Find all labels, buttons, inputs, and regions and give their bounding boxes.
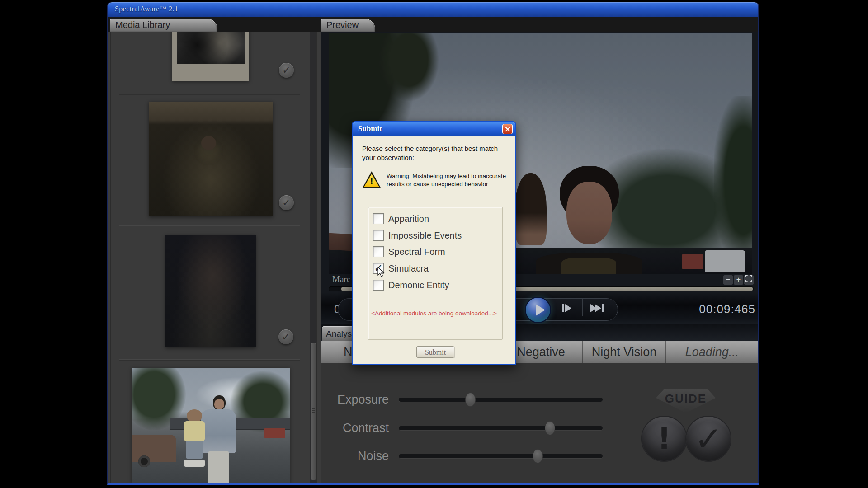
dialog-body: Please select the category(s) that best …: [353, 136, 515, 364]
warning-text: Warning: Mislabeling may lead to inaccur…: [387, 172, 511, 188]
list-divider: [119, 94, 300, 94]
exposure-slider-knob[interactable]: [465, 393, 476, 407]
checkbox-apparition[interactable]: ✓: [373, 213, 384, 224]
dialog-instruction-text: Please select the category(s) that best …: [362, 144, 511, 162]
zoom-out-button[interactable]: −: [723, 275, 733, 285]
photo-red-truck: [264, 428, 285, 438]
check-icon: ✓: [282, 331, 290, 343]
check-icon: ✓: [282, 197, 290, 208]
dialog-title: Submit: [358, 124, 382, 133]
check-icon: ✓: [282, 65, 290, 76]
item-checked-badge[interactable]: ✓: [279, 63, 294, 78]
checkmark-icon: ✓: [694, 419, 722, 458]
library-item-woman-in-field[interactable]: [149, 102, 273, 216]
filter-item-night-vision[interactable]: Night Vision: [583, 341, 666, 363]
title-bar[interactable]: SpectralAware™ 2.1: [108, 2, 758, 17]
guide-button[interactable]: GUIDE: [656, 389, 716, 413]
scrollbar-grip-icon: [312, 408, 315, 409]
fullscreen-button[interactable]: [744, 275, 754, 285]
contrast-slider-row: Contrast: [321, 420, 637, 436]
step-forward-button[interactable]: [562, 304, 571, 312]
photo-man: [200, 395, 238, 483]
contrast-label: Contrast: [321, 421, 389, 435]
library-item-polaroid[interactable]: [172, 32, 249, 81]
play-button[interactable]: [525, 297, 551, 323]
guide-cluster: GUIDE ! ✓: [641, 389, 741, 470]
step-triangle-icon: [565, 304, 571, 312]
tabs-row: Media Library Preview: [108, 17, 758, 32]
exposure-slider-track[interactable]: [399, 398, 603, 402]
exclamation-icon: !: [657, 422, 671, 456]
checkbox-row-spectral-form[interactable]: ✓ Spectral Form: [373, 245, 445, 258]
item-checked-badge[interactable]: ✓: [279, 195, 294, 210]
photo-car-wheel: [138, 455, 150, 467]
total-time: 00:09:465: [688, 302, 755, 316]
exposure-label: Exposure: [321, 393, 389, 407]
list-divider: [119, 359, 300, 360]
checkbox-label: Apparition: [388, 214, 429, 224]
tab-preview-label: Preview: [326, 20, 359, 30]
item-checked-badge[interactable]: ✓: [278, 329, 293, 344]
warning-icon: !: [362, 171, 381, 188]
zoom-in-button[interactable]: +: [734, 275, 743, 285]
mouse-cursor: [377, 267, 387, 279]
flag-alert-button[interactable]: !: [641, 416, 687, 462]
checkbox-row-apparition[interactable]: ✓ Apparition: [373, 212, 429, 225]
media-library-panel: ✓ ✓ ✓: [110, 32, 317, 483]
checkbox-label: Impossible Events: [388, 230, 462, 241]
fullscreen-icon: [745, 275, 752, 282]
filter-item-loading: Loading...: [666, 341, 758, 363]
app-window: SpectralAware™ 2.1 Media Library Preview…: [107, 2, 760, 485]
list-divider: [119, 225, 300, 226]
video-caption: Marc: [332, 274, 350, 284]
submit-dialog: Submit Please select the category(s) tha…: [352, 121, 516, 365]
noise-slider-knob[interactable]: [533, 449, 543, 463]
checkbox-row-impossible-events[interactable]: ✓ Impossible Events: [373, 229, 462, 242]
skip-triangle-icon: [595, 304, 601, 312]
checkbox-row-demonic-entity[interactable]: ✓ Demonic Entity: [373, 279, 449, 291]
media-library-scrollbar[interactable]: [310, 32, 317, 483]
checkbox-spectral-form[interactable]: ✓: [373, 246, 384, 257]
download-status-text: <Additional modules are being downloaded…: [353, 310, 515, 317]
submit-button[interactable]: Submit: [416, 346, 454, 358]
exposure-slider-row: Exposure: [321, 392, 637, 408]
step-bar-icon: [562, 304, 564, 312]
tab-preview[interactable]: Preview: [321, 19, 375, 32]
play-icon: [536, 304, 545, 316]
noise-slider-row: Noise: [321, 448, 637, 465]
close-icon: [505, 127, 510, 132]
noise-label: Noise: [321, 449, 389, 463]
guide-label: GUIDE: [656, 392, 716, 406]
minus-icon: −: [726, 276, 730, 283]
checkbox-impossible-events[interactable]: ✓: [373, 230, 384, 241]
skip-bar-icon: [602, 304, 604, 312]
filter-night-vision-label: Night Vision: [592, 345, 657, 359]
checkbox-demonic-entity[interactable]: ✓: [373, 280, 384, 291]
app-title: SpectralAware™ 2.1: [115, 5, 178, 13]
scrollbar-thumb[interactable]: [311, 343, 316, 480]
photo-child: [184, 409, 204, 469]
noise-slider-track[interactable]: [399, 454, 603, 458]
video-zoom-controls: − +: [723, 275, 754, 285]
library-item-man-portrait[interactable]: [165, 235, 256, 347]
confirm-button[interactable]: ✓: [685, 416, 731, 462]
plus-icon: +: [736, 276, 741, 283]
skip-to-end-button[interactable]: [590, 304, 604, 312]
contrast-slider-track[interactable]: [399, 426, 603, 430]
tab-media-library-label: Media Library: [115, 20, 170, 30]
checkbox-label: Demonic Entity: [388, 280, 449, 291]
transport-divider: [582, 299, 583, 316]
filter-loading-label: Loading...: [685, 345, 739, 359]
polaroid-photo-image: [177, 32, 245, 64]
checkbox-label: Spectral Form: [388, 247, 445, 257]
checkbox-label: Simulacra: [388, 263, 429, 274]
filter-negative-label: Negative: [517, 345, 565, 359]
contrast-slider-knob[interactable]: [545, 421, 555, 435]
library-item-man-holding-child[interactable]: [132, 368, 290, 483]
dialog-title-bar[interactable]: Submit: [353, 122, 515, 136]
tab-media-library[interactable]: Media Library: [110, 19, 217, 32]
dialog-close-button[interactable]: [502, 124, 513, 134]
filter-item-1-label: N: [344, 345, 353, 359]
